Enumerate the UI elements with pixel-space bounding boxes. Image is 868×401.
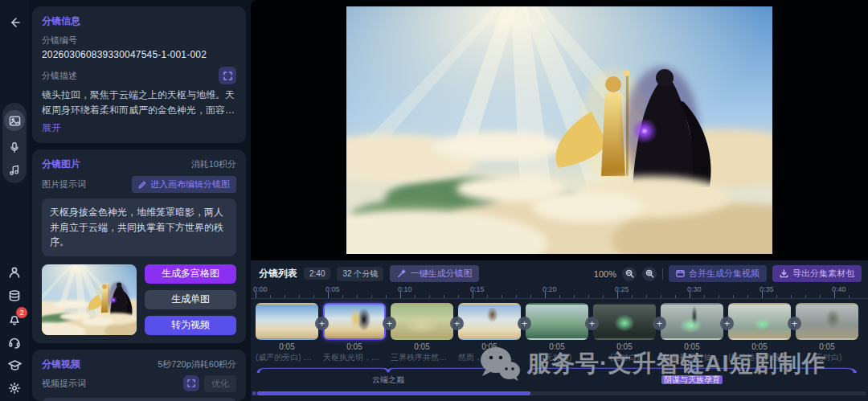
edit-canvas-button[interactable]: 进入画布编辑分镜图: [132, 176, 236, 193]
timeline-clip: 0:05 (无对白) +: [526, 303, 588, 363]
scene-group[interactable]: 阴谋与灭族孕育: [526, 366, 858, 386]
image-prompt-label: 图片提示词: [42, 178, 86, 190]
clip-duration: 0:05: [593, 342, 656, 351]
clip-thumbnail[interactable]: [256, 303, 318, 340]
add-shot-button[interactable]: +: [315, 317, 329, 330]
ruler-label: 0:25: [615, 285, 629, 293]
ruler-label: 0:35: [760, 285, 774, 293]
one-click-generate-button[interactable]: 一键生成分镜图: [390, 265, 479, 282]
zoom-in-button[interactable]: [642, 267, 657, 281]
total-duration-badge: 2:40: [304, 268, 330, 280]
graduation-cap-icon: [8, 359, 22, 371]
shot-image-thumbnail[interactable]: [42, 264, 137, 335]
convert-to-video-button[interactable]: 转为视频: [145, 316, 236, 335]
clip-thumbnail[interactable]: [661, 303, 723, 340]
scrollbar-left-arrow[interactable]: [252, 391, 256, 395]
shot-video-title: 分镜视频: [42, 358, 80, 371]
scene-group-label[interactable]: 阴谋与灭族孕育: [661, 375, 723, 384]
credits-button[interactable]: [8, 289, 21, 302]
clip-thumbnail[interactable]: [526, 303, 588, 340]
add-shot-button[interactable]: +: [450, 317, 464, 330]
fullscreen-icon: [223, 72, 232, 80]
shot-number-value: 202603060839330047545-1-001-002: [42, 49, 236, 60]
clip-thumbnail[interactable]: [458, 303, 521, 340]
video-prompt-input[interactable]: 输入视频生成提示词...: [42, 398, 236, 401]
clip-duration: 0:05: [526, 342, 588, 351]
timeline-clip: 0:05 三界秩序井然，人间烟... +: [391, 303, 453, 363]
add-shot-button[interactable]: +: [653, 317, 666, 330]
image-prompt-text[interactable]: 天枢身披金色神光，地维笼罩暗影，两人并肩立于云端，共同执掌着下方世界的秩序。: [42, 198, 236, 256]
clip-duration: 0:05: [458, 342, 521, 351]
ruler-label: 0:00: [253, 285, 268, 293]
generate-single-button[interactable]: 生成单图: [145, 290, 236, 309]
clip-caption: (无对白): [526, 352, 588, 363]
storyboard-timeline: 分镜列表 2:40 32 个分镜 一键生成分镜图 100%: [251, 260, 868, 401]
notification-badge: 2: [16, 307, 27, 318]
settings-button[interactable]: [8, 382, 21, 395]
clip-caption: 然而，平衡之下，暗流...: [458, 352, 521, 363]
generate-multi-grid-button[interactable]: 生成多宫格图: [145, 264, 236, 284]
add-shot-button[interactable]: +: [585, 317, 599, 330]
clip-duration: 0:05: [256, 342, 318, 351]
optimize-button[interactable]: 优化: [204, 375, 236, 392]
clip-thumbnail[interactable]: [391, 303, 453, 340]
back-button[interactable]: [8, 16, 21, 29]
shot-number-label: 分镜编号: [42, 35, 236, 47]
microphone-icon: [9, 141, 20, 153]
scene-group-label[interactable]: 云端之巅: [256, 374, 521, 386]
expand-description-button[interactable]: [219, 67, 236, 84]
timeline-ruler[interactable]: 0:000:050:100:150:200:250:300:350:40: [251, 285, 868, 299]
add-shot-button[interactable]: +: [383, 317, 396, 330]
shot-count-badge: 32 个分镜: [337, 267, 383, 281]
ruler-label: 0:15: [470, 285, 485, 293]
timeline-clip: 0:05 (无对白) +: [593, 303, 656, 363]
preview-stage: [251, 0, 868, 260]
ruler-label: 0:20: [542, 285, 557, 293]
clip-thumbnail[interactable]: [796, 303, 858, 340]
user-icon: [8, 266, 21, 279]
scene-group[interactable]: 云端之巅: [256, 366, 521, 386]
ruler-label: 0:40: [832, 285, 846, 293]
preview-artwork[interactable]: [346, 6, 772, 254]
video-cost-label: 5秒720p消耗60积分: [158, 358, 236, 370]
media-tool-group: [2, 103, 27, 183]
scene-groups: 云端之巅 阴谋与灭族孕育: [251, 366, 868, 386]
tab-voice[interactable]: [9, 141, 20, 153]
add-shot-button[interactable]: +: [518, 317, 531, 330]
export-assets-button[interactable]: 导出分集素材包: [772, 265, 862, 282]
add-shot-button[interactable]: +: [720, 317, 734, 330]
ruler-label: 0:10: [398, 285, 412, 293]
timeline-clip: 0:05 (植物枯萎的细微碎裂... +: [728, 303, 791, 363]
zoom-in-icon: [645, 269, 654, 278]
clips-row: 0:05 (威严的旁白) 天地初... + 0:05 天枢执光明，掌生发；...…: [251, 301, 868, 363]
clip-thumbnail[interactable]: [593, 303, 656, 340]
clip-caption: (威严的旁白) 天地初...: [256, 352, 318, 363]
expand-video-prompt-button[interactable]: [183, 375, 199, 391]
scrollbar-thumb[interactable]: [257, 391, 530, 395]
clip-duration: 0:05: [391, 342, 453, 351]
download-icon: [780, 269, 788, 278]
video-prompt-label: 视频提示词: [42, 378, 86, 390]
add-shot-button[interactable]: +: [788, 317, 801, 330]
clip-thumbnail[interactable]: [323, 303, 386, 340]
support-button[interactable]: [8, 336, 21, 349]
timeline-scrollbar[interactable]: [252, 391, 866, 395]
tab-music[interactable]: [9, 164, 20, 176]
tab-storyboard-images[interactable]: [4, 110, 25, 131]
shot-artwork: [42, 264, 137, 335]
expand-link[interactable]: 展开: [42, 121, 61, 135]
merge-generate-button[interactable]: 合并生成分集视频: [669, 265, 767, 282]
clip-duration: 0:05: [323, 342, 386, 351]
timeline-clip: 0:05 (威严的旁白) 天地初... +: [256, 303, 318, 363]
shot-info-card: 分镜信息 分镜编号 202603060839330047545-1-001-00…: [32, 6, 246, 143]
tutorial-button[interactable]: [8, 359, 22, 371]
zoom-out-button[interactable]: [622, 267, 637, 281]
shot-desc-label: 分镜描述: [42, 70, 77, 82]
profile-button[interactable]: [8, 266, 21, 279]
shot-detail-panel: 分镜信息 分镜编号 202603060839330047545-1-001-00…: [32, 6, 246, 401]
clip-thumbnail[interactable]: [728, 303, 791, 340]
coins-icon: [8, 289, 21, 302]
headset-icon: [8, 336, 21, 349]
notifications-button[interactable]: 2: [8, 313, 21, 325]
shot-image-card: 分镜图片 消耗10积分 图片提示词 进入画布编辑分镜图 天枢身披金色神光，地维笼…: [32, 149, 246, 343]
